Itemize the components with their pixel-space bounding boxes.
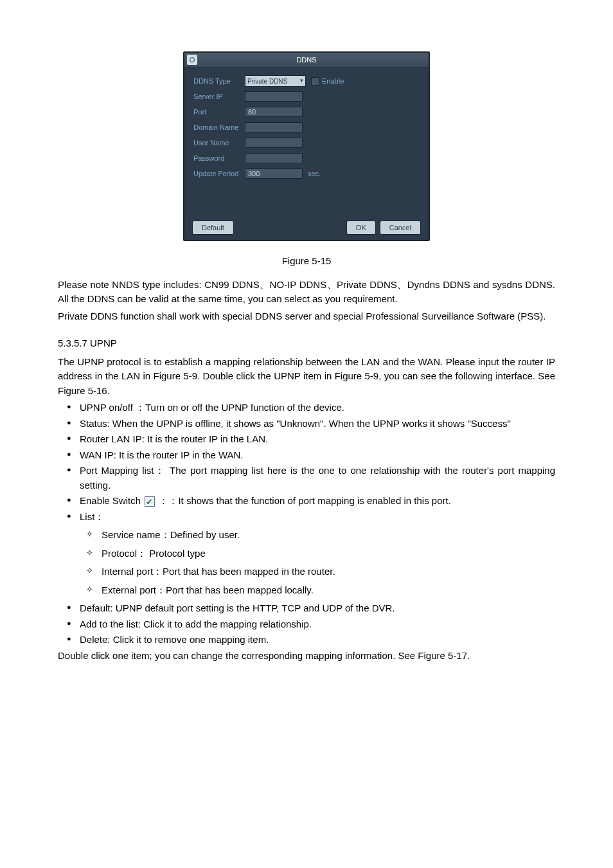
enable-checkbox[interactable]: [311, 77, 319, 86]
port-label: Port: [193, 107, 245, 118]
update-label: Update Period: [193, 168, 245, 179]
list-item: Protocol： Protocol type: [58, 547, 555, 561]
paragraph-private-ddns: Private DDNS function shall work with sp…: [58, 309, 555, 324]
ddns-figure: DDNS DDNS Type Private DDNS Enable Serve…: [58, 51, 555, 241]
list-item: Enable Switch ：：It shows that the functi…: [58, 494, 555, 509]
list-item: Service name：Defined by user.: [58, 528, 555, 543]
password-label: Password: [193, 153, 245, 164]
paragraph-upnp-intro: The UPNP protocol is to establish a mapp…: [58, 355, 555, 399]
figure-caption: Figure 5-15: [58, 254, 555, 269]
list-sub-items: Service name：Defined by user. Protocol： …: [58, 528, 555, 597]
password-input[interactable]: [245, 153, 303, 163]
list-item: Port Mapping list： The port mapping list…: [58, 464, 555, 493]
ddns-dialog: DDNS DDNS Type Private DDNS Enable Serve…: [183, 51, 430, 241]
list-item: Delete: Click it to remove one mapping i…: [58, 633, 555, 647]
enable-label: Enable: [322, 76, 344, 87]
ddns-footer: Default OK Cancel: [184, 215, 429, 240]
server-ip-label: Server IP: [193, 91, 245, 102]
cancel-button[interactable]: Cancel: [380, 221, 421, 235]
upnp-bullet-list-cont: Default: UPNP default port setting is th…: [58, 601, 555, 647]
enable-switch-pre: Enable Switch: [80, 495, 143, 506]
ddns-title: DDNS: [184, 53, 429, 67]
domain-label: Domain Name: [193, 122, 245, 133]
domain-input[interactable]: [245, 122, 303, 132]
ddns-body: DDNS Type Private DDNS Enable Server IP …: [184, 68, 429, 215]
list-item: External port：Port that has been mapped …: [58, 583, 555, 598]
default-button[interactable]: Default: [192, 221, 234, 235]
update-input[interactable]: [245, 168, 303, 179]
enable-switch-checkbox-icon: [145, 496, 155, 507]
list-item: Router LAN IP: It is the router IP in th…: [58, 432, 555, 447]
paragraph-double-click: Double click one item; you can change th…: [58, 649, 555, 664]
ok-button[interactable]: OK: [346, 221, 376, 235]
ddns-type-label: DDNS Type: [193, 76, 245, 87]
user-input[interactable]: [245, 138, 303, 148]
list-item: List：: [58, 510, 555, 525]
ddns-titlebar: DDNS: [184, 53, 429, 68]
enable-switch-post: ：：It shows that the function of port map…: [159, 495, 450, 506]
list-item: WAN IP: It is the router IP in the WAN.: [58, 448, 555, 463]
list-item: Default: UPNP default port setting is th…: [58, 601, 555, 616]
user-label: User Name: [193, 138, 245, 149]
upnp-bullet-list: UPNP on/off ：Turn on or off the UPNP fun…: [58, 401, 555, 524]
update-unit: sec.: [308, 168, 321, 179]
list-item: Internal port：Port that has been mapped …: [58, 565, 555, 579]
list-item: UPNP on/off ：Turn on or off the UPNP fun…: [58, 401, 555, 415]
section-heading-upnp: 5.3.5.7 UPNP: [58, 336, 555, 351]
ddns-app-icon: [187, 55, 197, 65]
list-item: Add to the list: Click it to add the map…: [58, 617, 555, 632]
list-item: Status: When the UPNP is offline, it sho…: [58, 417, 555, 431]
server-ip-input[interactable]: [245, 91, 303, 102]
ddns-type-select[interactable]: Private DDNS: [245, 75, 306, 87]
paragraph-nnds-types: Please note NNDS type includes: CN99 DDN…: [58, 278, 555, 307]
port-input[interactable]: [245, 107, 303, 117]
